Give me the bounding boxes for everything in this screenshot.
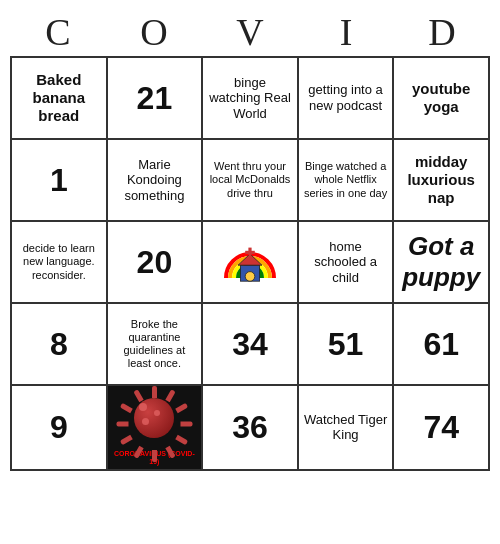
cell-23: Watched Tiger King	[299, 386, 395, 471]
cell-19: 61	[394, 304, 490, 386]
cell-21: CORONAVIRUS (COVID-19)	[108, 386, 204, 471]
header-i: I	[298, 8, 394, 56]
cell-18: 51	[299, 304, 395, 386]
cell-3: getting into a new podcast	[299, 58, 395, 140]
cell-17: 34	[203, 304, 299, 386]
cell-1: 21	[108, 58, 204, 140]
coronavirus-image: CORONAVIRUS (COVID-19)	[110, 388, 200, 467]
header-v: V	[202, 8, 298, 56]
cell-14: Got a puppy	[394, 222, 490, 304]
cell-22: 36	[203, 386, 299, 471]
cell-24: 74	[394, 386, 490, 471]
cell-12	[203, 222, 299, 304]
cell-6: Marie Kondoing something	[108, 140, 204, 222]
cell-15: 8	[12, 304, 108, 386]
header-o: O	[106, 8, 202, 56]
header-row: C O V I D	[10, 8, 490, 56]
cell-11: 20	[108, 222, 204, 304]
header-d: D	[394, 8, 490, 56]
cell-20: 9	[12, 386, 108, 471]
header-c: C	[10, 8, 106, 56]
cell-8: Binge watched a whole Netflix series in …	[299, 140, 395, 222]
cell-7: Went thru your local McDonalds drive thr…	[203, 140, 299, 222]
svg-rect-4	[245, 272, 255, 282]
bingo-card: C O V I D Baked banana bread21binge watc…	[10, 8, 490, 471]
svg-rect-3	[245, 251, 255, 254]
cell-0: Baked banana bread	[12, 58, 108, 140]
cell-16: Broke the quarantine guidelines at least…	[108, 304, 204, 386]
bingo-grid: Baked banana bread21binge watching Real …	[10, 56, 490, 471]
cell-5: 1	[12, 140, 108, 222]
cell-9: midday luxurious nap	[394, 140, 490, 222]
cell-2: binge watching Real World	[203, 58, 299, 140]
cell-4: youtube yoga	[394, 58, 490, 140]
cell-13: home schooled a child	[299, 222, 395, 304]
cell-10: decide to learn new language. reconsider…	[12, 222, 108, 304]
